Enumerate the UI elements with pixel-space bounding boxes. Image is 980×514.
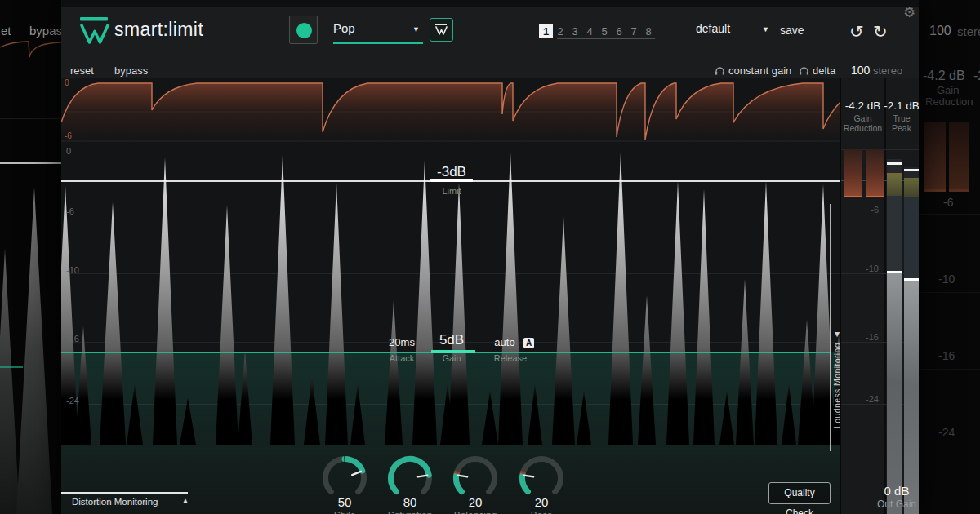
bg-gr-label-1: Gain xyxy=(937,84,959,96)
slot-tabs-underline xyxy=(557,38,655,39)
release-value[interactable]: auto xyxy=(486,336,523,348)
release-auto-badge[interactable]: A xyxy=(523,335,534,350)
headphones-icon xyxy=(715,66,725,76)
bg-stereo-link-label: stere xyxy=(957,24,980,38)
limit-value[interactable]: -3dB xyxy=(425,164,478,180)
bg-scale-label: -16 xyxy=(938,349,955,362)
panel-db-label: -24 xyxy=(841,394,879,404)
bg-waveform xyxy=(0,171,61,514)
bg-grid-line xyxy=(0,82,61,82)
peak-level-left xyxy=(887,174,902,196)
db-label: -24 xyxy=(66,396,79,405)
peak-level-right xyxy=(904,178,919,197)
quality-check-button[interactable]: Quality Check xyxy=(768,482,831,504)
auto-badge-letter: A xyxy=(523,338,534,348)
knob-label: Bass Control xyxy=(515,510,568,514)
bg-gr-meter-bar xyxy=(924,122,946,192)
delta-toggle[interactable]: delta xyxy=(813,64,835,77)
gain-reduction-value: -4.2 dB xyxy=(841,100,884,112)
preset-select-underline xyxy=(696,42,771,42)
headphones-icon xyxy=(799,66,809,76)
bg-scale-label: -24 xyxy=(938,426,955,439)
knob-value: 80 xyxy=(384,495,436,509)
bg-grid-line xyxy=(919,214,980,215)
limiter-graph-area: 0 -6 xyxy=(61,78,841,514)
bg-scale-label: -6 xyxy=(943,196,953,209)
out-gain-label: Out Gain xyxy=(875,498,919,510)
true-peak-value: -2.1 dB xyxy=(882,100,919,112)
slot-tab-4[interactable]: 4 xyxy=(582,24,597,38)
bass-control-knob[interactable]: 20 Bass Control xyxy=(515,454,568,514)
slot-tab-1[interactable]: 1 xyxy=(539,24,553,38)
slot-tab-8[interactable]: 8 xyxy=(641,24,656,38)
style-knob-arc xyxy=(318,454,371,495)
stereo-link-value[interactable]: 100 xyxy=(851,64,870,77)
gain-reduction-trace xyxy=(61,78,841,143)
settings-gear-icon[interactable]: ⚙ xyxy=(903,6,915,20)
slot-tab-2[interactable]: 2 xyxy=(553,24,568,38)
preset-select[interactable]: default ▼ xyxy=(696,21,771,42)
style-knob[interactable]: 50 Style xyxy=(318,454,371,514)
screenshot-stage: et bypas 100 stere -4.2 dB -2 Gain Reduc… xyxy=(0,0,980,514)
meter-mid-left xyxy=(887,196,902,271)
release-label: Release xyxy=(486,353,535,363)
db-label: -10 xyxy=(66,265,79,275)
learn-record-button[interactable] xyxy=(289,16,318,44)
bg-reset-partial: et xyxy=(1,24,11,38)
meter-panel: -4.2 dB Gain Reduction -2.1 dB True Peak xyxy=(841,78,919,514)
background-left-strip: et bypas xyxy=(0,0,61,514)
true-peak-label-2: Peak xyxy=(882,123,919,133)
balancing-knob[interactable]: 20 Balancing xyxy=(449,454,501,514)
knob-label: Style xyxy=(318,510,371,514)
meter-column-divider xyxy=(884,78,886,514)
constant-gain-toggle[interactable]: constant gain xyxy=(728,64,791,77)
bg-grid-line xyxy=(919,292,980,293)
profile-logo-button[interactable] xyxy=(430,18,453,42)
saturation-knob[interactable]: 80 Saturation xyxy=(384,454,436,514)
undo-icon[interactable]: ↺ xyxy=(849,23,864,40)
bg-limit-line xyxy=(0,162,61,164)
triangle-up-icon[interactable]: ▲ xyxy=(182,497,189,504)
distortion-monitoring-toggle[interactable]: Distortion Monitoring xyxy=(72,497,158,507)
sonible-logo-icon xyxy=(79,17,110,45)
sonible-mark-icon xyxy=(434,23,448,36)
out-gain-value[interactable]: 0 dB xyxy=(875,484,919,498)
gain-reduction-label-1: Gain xyxy=(841,113,884,123)
gr-scale-bottom: -6 xyxy=(65,131,72,140)
knob-value: 20 xyxy=(449,495,501,509)
preset-select-value: default xyxy=(696,22,730,35)
gr-scale-top: 0 xyxy=(65,78,69,87)
panel-db-label: -10 xyxy=(841,264,879,273)
chevron-down-icon: ▼ xyxy=(762,25,769,33)
genre-select-underline xyxy=(333,42,423,44)
genre-select[interactable]: Pop ▼ xyxy=(333,21,425,42)
bg-stereo-link-value: 100 xyxy=(929,24,951,38)
bg-scale-label: -10 xyxy=(938,273,955,286)
loudness-panel-divider xyxy=(830,204,831,451)
bass-control-knob-arc xyxy=(515,454,568,495)
panel-db-label: -16 xyxy=(841,332,879,342)
reset-button[interactable]: reset xyxy=(70,64,94,77)
record-dot-icon xyxy=(296,23,312,38)
db-label: -16 xyxy=(66,334,79,343)
preset-slot-tabs: 12345678 xyxy=(539,24,657,40)
limit-label: Limit xyxy=(425,186,478,196)
slot-tab-7[interactable]: 7 xyxy=(626,24,641,38)
slot-tab-5[interactable]: 5 xyxy=(597,24,612,38)
attack-value[interactable]: 20ms xyxy=(377,336,426,348)
attack-label: Attack xyxy=(377,353,426,363)
slot-tab-3[interactable]: 3 xyxy=(568,24,582,38)
balancing-knob-arc xyxy=(449,454,501,495)
redo-icon[interactable]: ↻ xyxy=(873,23,888,40)
gr-meter-bar-left xyxy=(844,149,862,197)
bg-gain-line xyxy=(0,366,23,368)
bg-gr-meter-bar xyxy=(949,122,969,192)
gain-value[interactable]: 5dB xyxy=(427,332,476,348)
true-peak-tick-right xyxy=(904,169,919,171)
bypass-button[interactable]: bypass xyxy=(114,64,148,77)
knob-label: Balancing xyxy=(449,510,501,514)
slot-tab-6[interactable]: 6 xyxy=(612,24,626,38)
loudness-bar-left xyxy=(887,273,902,514)
gr-meter-bar-right xyxy=(866,149,884,197)
save-button[interactable]: save xyxy=(780,24,804,37)
